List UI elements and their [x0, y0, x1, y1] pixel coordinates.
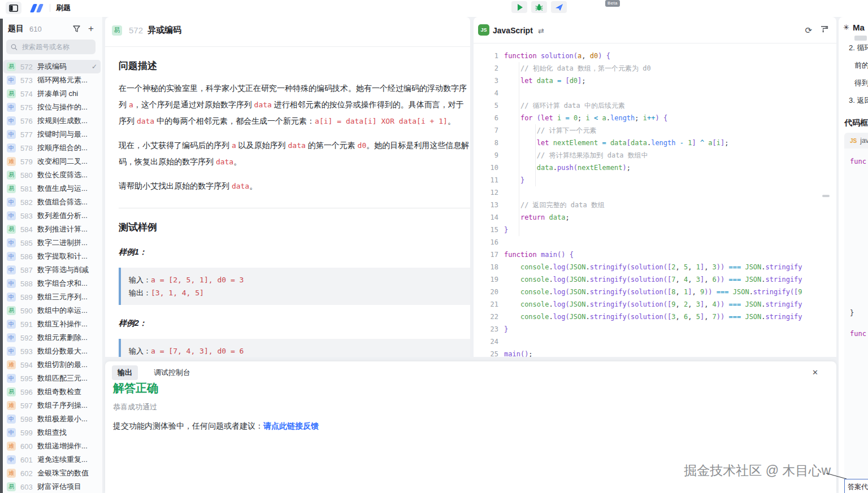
code-line: let data = [d0];: [504, 75, 832, 87]
code-token: ++: [647, 114, 655, 122]
text-segment: 中的每两个相邻元素，都会生成一个新元素：: [154, 116, 315, 125]
problem-number: 602: [20, 469, 35, 478]
list-item[interactable]: 中578按顺序组合的...: [3, 141, 101, 155]
code-token: JSON: [745, 276, 761, 283]
code-token: [: [627, 139, 631, 147]
list-item[interactable]: 易584数列推进计算...: [3, 222, 101, 236]
list-item[interactable]: 难579改变相同二叉...: [3, 155, 101, 168]
submit-button[interactable]: Beta: [551, 1, 567, 13]
tab-output[interactable]: 输出: [112, 365, 138, 380]
difficulty-badge: 中: [7, 198, 16, 207]
format-code-icon[interactable]: [820, 25, 828, 36]
list-item[interactable]: 中593数组分数最大...: [3, 344, 101, 358]
code-fragment: }: [850, 309, 854, 317]
code-token: [504, 300, 520, 308]
filter-button[interactable]: [73, 25, 80, 32]
code-token: }: [504, 325, 508, 333]
code-line: // 将计算结果添加到 data 数组中: [504, 149, 832, 162]
list-item[interactable]: 中598数组极差最小...: [3, 412, 101, 426]
list-item[interactable]: 中575按位与操作的...: [3, 101, 101, 114]
code-token: log: [553, 313, 566, 321]
list-item[interactable]: 难594数组切割的最...: [3, 358, 101, 372]
search-input[interactable]: [21, 42, 91, 51]
tab-debug-console[interactable]: 调试控制台: [148, 365, 196, 380]
code-token: JSON: [570, 288, 586, 296]
list-item[interactable]: 中601避免连续重复...: [3, 453, 101, 466]
list-item[interactable]: 中573循环网格元素...: [3, 73, 101, 87]
code-token: (: [574, 164, 578, 172]
list-item[interactable]: 中589数组三元序列...: [3, 290, 101, 304]
list-item[interactable]: 难602金银珠宝的数值: [3, 466, 101, 480]
run-button[interactable]: [511, 1, 527, 13]
code-token: ,: [704, 313, 712, 321]
list-item[interactable]: 中576按规则生成数...: [3, 114, 101, 128]
search-box[interactable]: [6, 40, 96, 54]
close-icon[interactable]: ✕: [812, 368, 818, 377]
check-icon: ✓: [92, 63, 97, 71]
code-token: ([: [663, 288, 671, 296]
code-token: (): [557, 251, 565, 259]
language-label: JavaScript: [493, 26, 533, 35]
difficulty-badge: 中: [7, 238, 16, 247]
list-item[interactable]: 中595数组匹配三元...: [3, 372, 101, 385]
list-item[interactable]: 中585数字二进制拼...: [3, 236, 101, 250]
inline-code: a[i] = data[i] XOR data[i + 1]: [315, 117, 448, 125]
list-item[interactable]: 难600数组递增操作...: [3, 439, 101, 453]
list-item[interactable]: 中599数组查找: [3, 426, 101, 439]
line-number: 5: [474, 99, 498, 112]
code-line: for (let i = 0; i < a.length; i++) {: [504, 112, 832, 124]
code-token: 2: [671, 263, 675, 271]
list-item[interactable]: 中583数列差值分析...: [3, 209, 101, 222]
list-item[interactable]: 易574拼凑单词 chi: [3, 87, 101, 101]
editor-scrollbar-thumb[interactable]: [822, 195, 830, 197]
list-item[interactable]: 中582数值组合筛选...: [3, 195, 101, 209]
list-item[interactable]: 中586数字提取和计...: [3, 250, 101, 263]
list-item[interactable]: 易581数值生成与运...: [3, 182, 101, 195]
example-label: 样例1：: [119, 247, 470, 258]
code-token: ,: [676, 276, 684, 283]
list-item[interactable]: 难597数组子序列操...: [3, 399, 101, 412]
add-problem-button[interactable]: +: [88, 25, 94, 33]
language-switch-icon[interactable]: ⇄: [538, 27, 544, 35]
code-line: console.log(JSON.stringify(solution([2, …: [504, 261, 832, 273]
list-item[interactable]: 中592数组元素删除...: [3, 331, 101, 344]
code-token: [504, 213, 520, 221]
sidebar-toggle-button[interactable]: [6, 2, 21, 14]
code-token: (: [565, 300, 569, 308]
app-logo[interactable]: [32, 4, 42, 12]
problem-number: 573: [20, 76, 35, 85]
code-token: [504, 164, 537, 172]
answer-code-tab[interactable]: 答案代: [844, 479, 868, 493]
app-title: 刷题: [56, 3, 71, 13]
debug-button[interactable]: [531, 1, 547, 13]
difficulty-badge: 中: [7, 374, 16, 383]
list-item[interactable]: 中577按键时间与最...: [3, 128, 101, 141]
list-item[interactable]: 易580数位长度筛选...: [3, 168, 101, 182]
list-item[interactable]: 易596数组奇数检查: [3, 385, 101, 399]
problem-number: 595: [20, 374, 35, 383]
line-number: 8: [474, 137, 498, 149]
line-number: 17: [474, 248, 498, 261]
code-token: 3: [696, 276, 700, 283]
line-number: 9: [474, 149, 498, 162]
code-line: main();: [504, 348, 832, 357]
code-token: (): [520, 350, 528, 357]
list-item[interactable]: 中588数字组合求和...: [3, 277, 101, 290]
code-token: i: [586, 114, 590, 122]
code-token: ,: [704, 300, 712, 308]
list-item[interactable]: 易603财富评估项目: [3, 480, 101, 493]
code-line: console.log(JSON.stringify(solution([9, …: [504, 298, 832, 311]
list-item[interactable]: 易590数组中的幸运...: [3, 304, 101, 317]
problem-title: 异或编码: [37, 62, 89, 72]
code-token: (: [565, 288, 569, 296]
feedback-link[interactable]: 请点此链接反馈: [263, 421, 319, 430]
reset-code-icon[interactable]: ⟳: [805, 25, 812, 36]
list-item[interactable]: 中591数组互补操作...: [3, 317, 101, 331]
code-token: JSON: [570, 263, 586, 271]
list-item[interactable]: 易572异或编码✓: [3, 60, 101, 73]
code-token: .: [586, 276, 590, 283]
code-token: a: [602, 114, 606, 122]
problem-number: 578: [20, 144, 35, 152]
code-token: ===: [724, 276, 745, 283]
list-item[interactable]: 中587数字筛选与削减: [3, 263, 101, 277]
